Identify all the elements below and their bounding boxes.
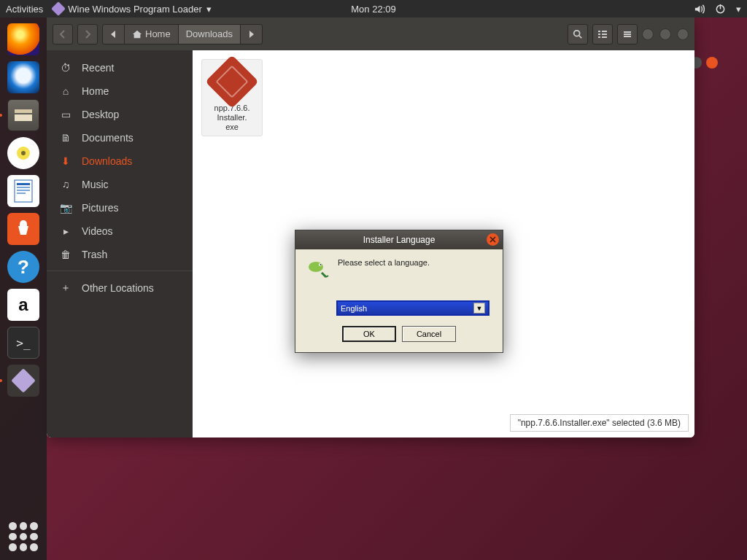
sidebar-icon: ＋ bbox=[60, 281, 71, 295]
svg-rect-10 bbox=[17, 192, 26, 194]
sidebar-item-trash[interactable]: 🗑Trash bbox=[47, 243, 193, 266]
sidebar-item-label: Other Locations bbox=[82, 282, 154, 294]
path-home[interactable]: Home bbox=[124, 25, 178, 44]
dock-writer[interactable] bbox=[6, 174, 41, 209]
sidebar-item-other-locations[interactable]: ＋Other Locations bbox=[47, 276, 193, 300]
chevron-down-icon[interactable]: ▾ bbox=[736, 4, 741, 15]
svg-point-24 bbox=[320, 264, 322, 265]
exe-icon bbox=[205, 55, 259, 109]
sidebar-item-desktop[interactable]: ▭Desktop bbox=[47, 103, 193, 126]
dock-firefox[interactable] bbox=[6, 22, 41, 57]
dock-terminal[interactable]: >_ bbox=[6, 325, 41, 360]
dock-rhythmbox[interactable] bbox=[6, 136, 41, 171]
svg-rect-7 bbox=[17, 183, 30, 185]
sidebar-item-label: Recent bbox=[82, 62, 114, 74]
dock-amazon[interactable]: a bbox=[6, 287, 41, 322]
svg-rect-15 bbox=[598, 34, 600, 35]
sidebar-icon: 🗑 bbox=[60, 249, 71, 260]
search-icon bbox=[573, 29, 583, 39]
language-select-value: English bbox=[341, 304, 367, 313]
sidebar-item-documents[interactable]: 🗎Documents bbox=[47, 126, 193, 149]
sidebar-icon: ⌂ bbox=[60, 85, 71, 97]
sidebar-icon: 🗎 bbox=[60, 132, 71, 144]
show-applications[interactable] bbox=[9, 522, 38, 551]
dock-wine[interactable] bbox=[6, 363, 41, 398]
svg-rect-19 bbox=[624, 31, 631, 33]
language-select[interactable]: English ▼ bbox=[336, 300, 489, 316]
svg-rect-20 bbox=[624, 34, 631, 35]
nav-forward-button[interactable] bbox=[77, 24, 98, 44]
file-label: exe bbox=[205, 122, 259, 132]
svg-point-11 bbox=[574, 30, 580, 36]
dialog-close-button[interactable] bbox=[487, 233, 499, 246]
sidebar-item-label: Documents bbox=[82, 132, 133, 144]
installer-language-dialog: Installer Language Please select a langu… bbox=[295, 230, 503, 353]
chevron-down-icon: ▼ bbox=[473, 303, 485, 314]
path-current-label: Downloads bbox=[186, 28, 233, 39]
file-label: Installer. bbox=[205, 113, 259, 122]
svg-rect-1 bbox=[720, 4, 721, 9]
ok-button[interactable]: OK bbox=[342, 326, 396, 342]
sidebar-item-videos[interactable]: ▸Videos bbox=[47, 219, 193, 243]
top-bar: Activities Wine Windows Program Loader ▾… bbox=[0, 0, 747, 18]
chevron-down-icon: ▾ bbox=[206, 4, 212, 15]
path-home-label: Home bbox=[145, 28, 171, 39]
search-button[interactable] bbox=[568, 24, 588, 44]
background-window-controls bbox=[690, 57, 721, 88]
dialog-title-bar[interactable]: Installer Language bbox=[295, 230, 503, 249]
npp-icon bbox=[306, 258, 329, 281]
window-close[interactable] bbox=[677, 28, 689, 40]
wine-icon bbox=[51, 1, 66, 16]
files-sidebar: ⏱Recent⌂Home▭Desktop🗎Documents⬇Downloads… bbox=[47, 50, 193, 438]
menu-button[interactable] bbox=[617, 24, 638, 44]
app-menu-label: Wine Windows Program Loader bbox=[68, 4, 202, 15]
dock-help[interactable]: ? bbox=[6, 249, 41, 284]
files-window: Home Downloads ⏱Recent⌂Home▭Desktop🗎Docu… bbox=[47, 18, 694, 438]
path-forward[interactable] bbox=[240, 25, 262, 44]
sidebar-item-home[interactable]: ⌂Home bbox=[47, 79, 193, 103]
sidebar-item-recent[interactable]: ⏱Recent bbox=[47, 56, 193, 79]
sidebar-item-pictures[interactable]: 📷Pictures bbox=[47, 196, 193, 219]
sidebar-icon: ▸ bbox=[60, 225, 71, 237]
clock[interactable]: Mon 22:09 bbox=[351, 4, 395, 15]
sidebar-item-label: Trash bbox=[82, 249, 107, 260]
sidebar-item-label: Downloads bbox=[82, 155, 132, 167]
cancel-button[interactable]: Cancel bbox=[402, 326, 456, 342]
sidebar-item-label: Pictures bbox=[82, 202, 119, 214]
path-back[interactable] bbox=[103, 25, 124, 44]
svg-rect-21 bbox=[624, 36, 631, 37]
dialog-prompt: Please select a language. bbox=[338, 258, 430, 267]
sidebar-item-label: Home bbox=[82, 85, 109, 97]
dialog-title: Installer Language bbox=[363, 235, 436, 245]
home-icon bbox=[132, 29, 142, 39]
path-downloads[interactable]: Downloads bbox=[178, 25, 240, 44]
svg-rect-17 bbox=[598, 36, 600, 38]
sidebar-icon: 📷 bbox=[60, 202, 71, 214]
sidebar-icon: ⬇ bbox=[60, 155, 71, 167]
dock: ? a >_ bbox=[0, 18, 47, 560]
dock-software[interactable] bbox=[6, 211, 41, 246]
volume-icon[interactable] bbox=[694, 4, 705, 15]
close-icon[interactable] bbox=[706, 57, 718, 69]
dock-files[interactable] bbox=[6, 98, 41, 133]
app-menu[interactable]: Wine Windows Program Loader ▾ bbox=[53, 4, 212, 15]
file-npp-installer[interactable]: npp.7.6.6. Installer. exe bbox=[201, 59, 263, 136]
window-minimize[interactable] bbox=[642, 28, 654, 40]
sidebar-item-label: Music bbox=[82, 179, 109, 190]
activities-button[interactable]: Activities bbox=[6, 4, 43, 15]
view-list-button[interactable] bbox=[592, 24, 613, 44]
dock-thunderbird[interactable] bbox=[6, 60, 41, 95]
svg-rect-18 bbox=[602, 36, 607, 38]
nav-back-button[interactable] bbox=[53, 24, 73, 44]
svg-rect-8 bbox=[17, 187, 30, 188]
power-icon[interactable] bbox=[715, 4, 726, 15]
sidebar-item-label: Videos bbox=[82, 225, 113, 237]
sidebar-item-downloads[interactable]: ⬇Downloads bbox=[47, 149, 193, 173]
svg-point-5 bbox=[21, 151, 26, 155]
sidebar-item-music[interactable]: ♫Music bbox=[47, 173, 193, 196]
sidebar-icon: ▭ bbox=[60, 109, 71, 120]
svg-line-12 bbox=[579, 35, 582, 38]
window-maximize[interactable] bbox=[659, 28, 671, 40]
status-bar: "npp.7.6.6.Installer.exe" selected (3.6 … bbox=[510, 414, 689, 432]
files-header: Home Downloads bbox=[47, 18, 694, 50]
